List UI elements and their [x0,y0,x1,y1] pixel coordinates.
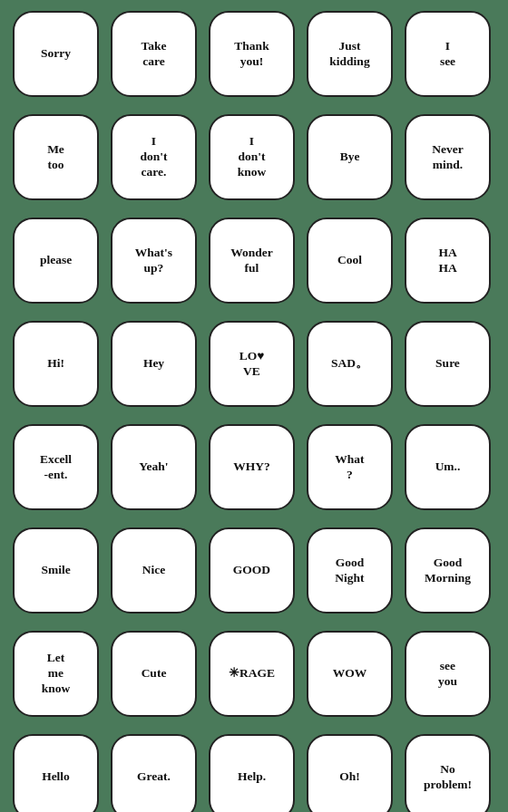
sticker-label: ✳RAGE [229,666,275,682]
sticker-sad[interactable]: SAD。 [307,321,393,407]
sticker-bye[interactable]: Bye [307,114,393,200]
sticker-label: Smile [41,563,70,578]
sticker-oh[interactable]: Oh! [307,734,393,812]
sticker-wonderful[interactable]: Wonder ful [209,218,295,304]
sticker-hello[interactable]: Hello [13,734,99,812]
sticker-hi[interactable]: Hi! [13,321,99,407]
sticker-label: GOOD [233,563,270,578]
sticker-label: HA HA [438,246,456,276]
sticker-label: WOW [333,666,367,682]
sticker-cool[interactable]: Cool [307,218,393,304]
sticker-good-morning[interactable]: Good Morning [405,527,491,614]
sticker-label: LO♥ VE [239,349,265,380]
sticker-label: see you [438,659,457,690]
sticker-please[interactable]: please [13,218,99,304]
sticker-label: Excell -ent. [40,452,72,483]
sticker-label: please [40,253,72,268]
sticker-wow[interactable]: WOW [307,631,393,717]
sticker-sorry[interactable]: Sorry [13,11,99,97]
sticker-hey[interactable]: Hey [111,321,197,407]
sticker-label: Good Night [335,556,364,586]
sticker-sure[interactable]: Sure [405,321,491,407]
sticker-i-see[interactable]: I see [405,11,491,97]
sticker-what[interactable]: What ? [307,424,393,510]
sticker-label: Bye [340,150,360,165]
sticker-love[interactable]: LO♥ VE [209,321,295,407]
sticker-no-problem[interactable]: No problem! [405,734,491,812]
sticker-label: SAD。 [331,356,368,372]
sticker-great[interactable]: Great. [111,734,197,812]
sticker-label: No problem! [424,762,472,793]
sticker-excellent[interactable]: Excell -ent. [13,424,99,510]
sticker-label: I see [440,39,455,70]
sticker-see-you[interactable]: see you [405,631,491,717]
sticker-label: I don't care. [140,134,167,180]
sticker-smile[interactable]: Smile [13,527,99,614]
sticker-label: Me too [47,142,64,173]
sticker-why[interactable]: WHY? [209,424,295,510]
sticker-good[interactable]: GOOD [209,527,295,614]
sticker-label: Um.. [435,459,461,475]
sticker-label: Hi! [47,356,64,372]
sticker-label: Hey [143,356,164,372]
sticker-label: Great. [137,769,171,785]
sticker-haha[interactable]: HA HA [405,218,491,304]
sticker-label: Wonder ful [230,246,273,276]
sticker-label: Help. [238,769,266,785]
sticker-label: Take care [141,39,166,70]
sticker-take-care[interactable]: Take care [111,11,197,97]
sticker-nice[interactable]: Nice [111,527,197,614]
sticker-help[interactable]: Help. [209,734,295,812]
sticker-label: Sorry [41,46,71,62]
sticker-label: Let me know [42,651,71,697]
sticker-label: Oh! [339,769,360,785]
sticker-label: Nice [142,563,165,578]
sticker-label: What's up? [135,246,172,276]
sticker-label: Thank you! [234,39,269,70]
sticker-good-night[interactable]: Good Night [307,527,393,614]
sticker-label: Just kidding [329,39,369,70]
sticker-label: WHY? [233,459,270,475]
sticker-let-me-know[interactable]: Let me know [13,631,99,717]
sticker-grid: SorryTake careThank you!Just kiddingI se… [2,0,506,812]
sticker-um[interactable]: Um.. [405,424,491,510]
sticker-label: Good Morning [425,556,471,586]
sticker-label: Cute [142,666,167,682]
sticker-i-dont-know[interactable]: I don't know [209,114,295,200]
sticker-just-kidding[interactable]: Just kidding [307,11,393,97]
sticker-thank-you[interactable]: Thank you! [209,11,295,97]
sticker-i-dont-care[interactable]: I don't care. [111,114,197,200]
sticker-never-mind[interactable]: Never mind. [405,114,491,200]
sticker-label: Hello [42,769,70,785]
sticker-cute[interactable]: Cute [111,631,197,717]
sticker-label: Sure [435,356,460,372]
sticker-label: What ? [335,452,364,483]
sticker-whats-up[interactable]: What's up? [111,218,197,304]
sticker-yeah[interactable]: Yeah' [111,424,197,510]
sticker-label: Never mind. [432,142,463,173]
sticker-me-too[interactable]: Me too [13,114,99,200]
sticker-label: I don't know [238,134,267,180]
sticker-rage[interactable]: ✳RAGE [209,631,295,717]
sticker-label: Yeah' [139,459,168,475]
sticker-label: Cool [337,253,362,268]
